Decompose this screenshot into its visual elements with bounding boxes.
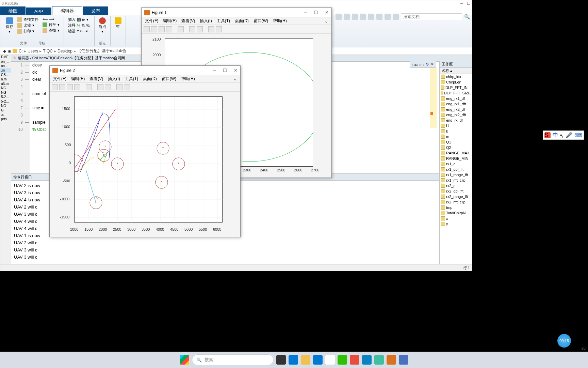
search-docs-input[interactable] [401,13,462,20]
close-icon[interactable]: ✕ [431,62,434,66]
insert-button[interactable]: 插入 🗟 fx ▾ [67,17,92,22]
cursor-icon[interactable] [208,26,214,32]
pause-button[interactable]: 暂 [113,17,123,30]
workspace-col-name[interactable]: 名称 ▴ [440,68,472,74]
editor-secondary-tab[interactable]: nain.m⊙✕ [410,61,436,68]
figure-2-toolbar[interactable] [50,83,240,92]
find-button[interactable]: 查找▾ [41,28,61,33]
undo-icon[interactable] [368,14,374,20]
svg-text:*: * [162,146,164,150]
layout2-icon[interactable] [105,84,111,90]
wps-icon[interactable] [350,355,359,365]
copy-icon[interactable] [352,14,358,20]
help-icon[interactable] [393,14,399,20]
taskbar-search[interactable]: 🔍 搜索 [192,354,274,365]
app-title: 3 R2019b [2,1,18,5]
figure-1-toolbar[interactable] [142,25,331,34]
folder-icon [13,49,17,53]
layout1-icon[interactable] [97,84,103,90]
baidu-icon[interactable] [362,355,372,365]
tab-publish[interactable]: 发布 [83,6,108,15]
save-icon[interactable] [336,14,342,20]
figure-2-axes[interactable]: ** ** ** * ☆ 1500 1000 500 0 -500 -1000 … [50,92,240,236]
svg-text:*: * [104,145,106,149]
figure-1-titlebar[interactable]: Figure 1 ─ ☐ ✕ [142,8,331,17]
link-icon[interactable] [178,26,184,32]
wechat-icon[interactable] [338,355,347,365]
mic-icon[interactable]: 🎤 [566,132,572,138]
inspect-icon[interactable] [124,84,130,90]
nav-back[interactable]: ⟸ ⟹ [41,17,61,22]
timer-widget[interactable]: 00:15 [557,334,571,348]
ime-toolbar[interactable]: S 中 •, 🎤 ⌨ [543,131,584,140]
app2-icon[interactable] [399,355,408,365]
print-icon[interactable] [385,14,391,20]
cut-icon[interactable] [344,14,350,20]
print-button[interactable]: 打印▾ [16,28,40,34]
svg-text:*: * [95,201,97,205]
explorer-icon[interactable] [301,355,310,365]
sogou-icon[interactable]: S [544,132,551,138]
close-button[interactable]: ✕ [234,68,238,73]
maximize-button[interactable]: ☐ [314,10,318,15]
redo-icon[interactable] [376,14,382,20]
layout2-icon[interactable] [197,26,203,32]
paste-icon[interactable] [360,14,366,20]
new-icon[interactable] [144,26,150,32]
open-icon[interactable] [59,84,65,90]
highlight-gutter [430,68,437,128]
tab-editor[interactable]: 编辑器 [52,6,82,15]
taskview-icon[interactable] [276,355,286,365]
link-icon[interactable] [86,84,92,90]
tab-plot[interactable]: 绘图 [0,6,26,15]
print-icon[interactable] [74,84,80,90]
maximize-button[interactable]: ☐ [465,0,472,6]
app-icon[interactable] [374,355,384,365]
svg-text:☆: ☆ [96,196,99,200]
search-icon: 🔍 [196,357,202,363]
new-icon[interactable] [52,84,58,90]
search-icon[interactable]: 🔍 [464,14,470,19]
start-button[interactable] [180,355,189,365]
indent-button[interactable]: 缩进 ≡ ⇤ ⇥ [67,28,92,34]
cursor-icon[interactable] [116,84,122,90]
svg-text:*: * [117,162,118,166]
maximize-button[interactable]: ☐ [223,68,227,73]
figure-2-window[interactable]: Figure 2 ─ ☐ ✕ 文件(F)编辑(E) 查看(V)插入(I) 工具(… [49,65,241,237]
layout1-icon[interactable] [189,26,195,32]
breakpoint-button[interactable]: 断点▾ [97,17,108,34]
statusbar: 行 1 [0,264,472,271]
dropdown-icon[interactable]: ⊙ [426,62,429,66]
minimize-button[interactable]: ─ [213,68,216,73]
figure-2-menubar[interactable]: 文件(F)编辑(E) 查看(V)插入(I) 工具(T)桌面(D) 窗口(W)帮助… [50,75,240,83]
open-icon[interactable] [151,26,157,32]
store-icon[interactable] [313,355,323,365]
print-icon[interactable] [166,26,172,32]
chrome-icon[interactable] [325,355,335,365]
status-line: 行 1 [463,264,470,271]
inspect-icon[interactable] [216,26,222,32]
svg-text:*: * [178,162,180,166]
compare-button[interactable]: 比较▾ [16,22,40,28]
comment-button[interactable]: 注释 % ‰ ‰ [67,22,92,28]
minimize-button[interactable]: ─ [458,0,465,6]
close-button[interactable]: ✕ [325,10,329,15]
matlab-logo-icon [144,10,150,15]
workspace-variable-list[interactable]: chirp_idx ChirpLen DLP_FFT_IN... DLP_FFT… [440,74,472,227]
keyboard-icon[interactable]: ⌨ [574,132,582,138]
save-dropdown[interactable]: 保存▾ [4,17,15,34]
save-icon[interactable] [159,26,165,32]
taskbar[interactable]: 🔍 搜索 [0,352,588,368]
tab-app[interactable]: APP [26,7,51,15]
minimize-button[interactable]: ─ [304,10,307,15]
figure-2-titlebar[interactable]: Figure 2 ─ ☐ ✕ [50,66,240,75]
matlab-taskbar-icon[interactable] [387,355,396,365]
goto-button[interactable]: 转至▾ [41,22,61,28]
save-icon[interactable] [67,84,73,90]
figure-1-menubar[interactable]: 文件(F)编辑(E) 查看(V)插入(I) 工具(T)桌面(D) 窗口(W)帮助… [142,17,331,25]
file-list-sidebar[interactable]: DME...on_...on... .mCB... a.maft.mNG NG5… [0,55,11,271]
find-files-button[interactable]: 查找文件 [16,17,40,22]
edge-icon[interactable] [289,355,298,365]
titlebar: 3 R2019b ─ ☐ [0,0,472,6]
ime-punct-icon[interactable]: •, [560,132,564,138]
